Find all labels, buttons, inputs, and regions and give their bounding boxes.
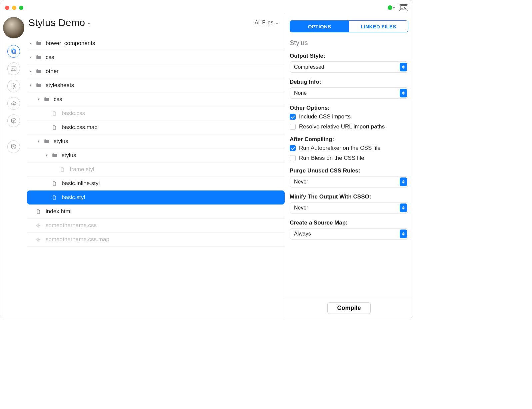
- purge-select[interactable]: Never: [290, 176, 408, 187]
- file-icon: [52, 125, 59, 130]
- sourcemap-label: Create a Source Map:: [290, 220, 408, 226]
- tree-item-label: basic.css: [62, 110, 85, 117]
- debug-info-label: Debug Info:: [290, 79, 408, 85]
- tree-folder[interactable]: ▾css: [27, 92, 285, 106]
- svg-point-11: [37, 238, 40, 241]
- tree-file[interactable]: frame.styl: [27, 162, 285, 176]
- rail-files-button[interactable]: [7, 45, 20, 58]
- tree-item-label: index.html: [46, 208, 71, 215]
- language-label: Stylus: [290, 39, 408, 47]
- other-options-label: Other Options:: [290, 105, 408, 111]
- rail-cloud-button[interactable]: [7, 97, 20, 110]
- stepper-icon: [400, 63, 407, 71]
- file-icon: [52, 111, 59, 116]
- checkbox-label: Run Autoprefixer on the CSS file: [299, 145, 381, 151]
- folder-icon: [36, 82, 43, 88]
- preview-button[interactable]: [399, 4, 408, 11]
- disclosure-icon: ▸: [27, 55, 34, 59]
- tree-folder[interactable]: ▾stylus: [27, 134, 285, 148]
- tree-folder[interactable]: ▸other: [27, 64, 285, 78]
- left-rail: [0, 15, 27, 318]
- close-window-button[interactable]: [5, 6, 9, 10]
- tree-file[interactable]: basic.inline.styl: [27, 176, 285, 190]
- tab-options[interactable]: OPTIONS: [290, 21, 349, 32]
- run-bless-checkbox[interactable]: Run Bless on the CSS file: [290, 155, 408, 161]
- debug-info-select[interactable]: None: [290, 87, 408, 99]
- tree-folder[interactable]: ▾stylus: [27, 148, 285, 162]
- tree-file[interactable]: basic.styl: [27, 190, 285, 204]
- panel-tabs: OPTIONS LINKED FILES: [290, 20, 408, 32]
- tree-file[interactable]: someothername.css: [27, 219, 285, 233]
- disclosure-icon: ▾: [35, 97, 42, 101]
- checkbox-label: Include CSS imports: [299, 113, 351, 120]
- stepper-icon: [400, 230, 407, 238]
- output-style-label: Output Style:: [290, 53, 408, 59]
- debug-info-value: None: [294, 90, 307, 96]
- tree-item-label: basic.css.map: [62, 124, 98, 131]
- folder-icon: [44, 138, 51, 144]
- tab-linked-files[interactable]: LINKED FILES: [349, 21, 408, 32]
- stepper-icon: [400, 177, 407, 186]
- output-style-select[interactable]: Compressed: [290, 61, 408, 73]
- server-status[interactable]: ▾: [388, 5, 395, 10]
- minimize-window-button[interactable]: [12, 6, 16, 10]
- sourcemap-select[interactable]: Always: [290, 228, 408, 240]
- svg-point-7: [13, 85, 15, 87]
- tree-file[interactable]: someothername.css.map: [27, 233, 285, 247]
- tree-file[interactable]: basic.css.map: [27, 120, 285, 134]
- compile-button[interactable]: Compile: [327, 302, 370, 314]
- project-title-text: Stylus Demo: [28, 17, 85, 28]
- chevron-down-icon: ⌄: [275, 20, 279, 25]
- tree-file[interactable]: basic.css: [27, 106, 285, 120]
- svg-rect-4: [12, 49, 15, 53]
- rail-package-button[interactable]: [7, 114, 20, 127]
- tree-item-label: other: [46, 68, 59, 75]
- rail-terminal-button[interactable]: [7, 62, 20, 75]
- traffic-lights: [5, 6, 23, 10]
- run-autoprefixer-checkbox[interactable]: Run Autoprefixer on the CSS file: [290, 145, 408, 151]
- chevron-down-icon: ▾: [393, 6, 395, 10]
- tree-item-label: stylus: [62, 152, 76, 159]
- folder-icon: [36, 54, 43, 60]
- tree-item-label: bower_components: [46, 40, 95, 47]
- svg-point-10: [38, 225, 39, 226]
- tree-item-label: stylus: [54, 138, 68, 145]
- purge-label: Purge Unused CSS Rules:: [290, 167, 408, 174]
- target-icon: [36, 237, 43, 242]
- project-title[interactable]: Stylus Demo ⌄: [28, 17, 91, 28]
- checkbox-icon: [290, 145, 296, 151]
- folder-icon: [36, 68, 43, 74]
- tree-item-label: frame.styl: [70, 166, 94, 173]
- status-dot-icon: [388, 5, 392, 10]
- stepper-icon: [400, 89, 407, 97]
- file-icon: [60, 167, 67, 172]
- tree-folder[interactable]: ▸css: [27, 50, 285, 64]
- tree-item-label: stylesheets: [46, 82, 74, 89]
- resolve-relative-url-checkbox[interactable]: Resolve relative URL import paths: [290, 123, 408, 130]
- purge-value: Never: [294, 179, 308, 185]
- folder-icon: [52, 152, 59, 158]
- tree-file[interactable]: index.html: [27, 204, 285, 219]
- minify-select[interactable]: Never: [290, 202, 408, 214]
- file-icon: [36, 209, 43, 214]
- sourcemap-value: Always: [294, 231, 311, 237]
- rail-history-button[interactable]: [7, 140, 20, 153]
- tree-folder[interactable]: ▸bower_components: [27, 36, 285, 50]
- folder-icon: [36, 40, 43, 46]
- disclosure-icon: ▾: [35, 139, 42, 143]
- tree-folder[interactable]: ▾stylesheets: [27, 78, 285, 92]
- file-icon: [52, 195, 59, 200]
- output-style-value: Compressed: [294, 64, 324, 70]
- file-filter-button[interactable]: All Files ⌄: [255, 20, 279, 26]
- minify-label: Minify The Output With CSSO:: [290, 193, 408, 200]
- svg-rect-5: [13, 50, 16, 54]
- svg-rect-6: [11, 67, 16, 71]
- target-icon: [36, 223, 43, 228]
- project-avatar[interactable]: [3, 17, 24, 38]
- folder-icon: [44, 96, 51, 102]
- zoom-window-button[interactable]: [19, 6, 23, 10]
- include-css-imports-checkbox[interactable]: Include CSS imports: [290, 113, 408, 120]
- checkbox-label: Resolve relative URL import paths: [299, 123, 385, 130]
- chevron-down-icon: ⌄: [87, 20, 91, 26]
- rail-settings-button[interactable]: [7, 80, 20, 92]
